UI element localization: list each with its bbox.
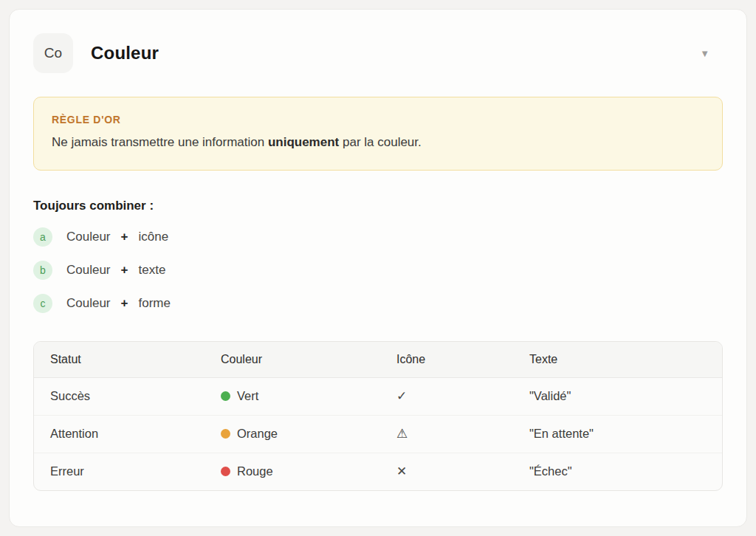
list-item-left: Couleur <box>66 263 111 278</box>
table-row: Erreur Rouge ✕ "Échec" <box>34 453 722 490</box>
chevron-down-icon[interactable]: ▼ <box>700 48 709 59</box>
list-badge-a: a <box>33 227 52 247</box>
list-item-right: texte <box>138 263 165 278</box>
callout-label: RÈGLE D'OR <box>52 114 704 126</box>
orange-dot-icon <box>221 429 230 439</box>
callout-text: Ne jamais transmettre une information un… <box>52 133 704 152</box>
cell-couleur: Rouge <box>205 453 380 490</box>
table-row: Succès Vert ✓ "Validé" <box>34 377 722 415</box>
cell-statut: Erreur <box>34 453 205 490</box>
column-header-icone: Icône <box>380 342 513 377</box>
status-table: Statut Couleur Icône Texte Succès Vert ✓… <box>33 341 723 491</box>
page-title: Couleur <box>91 43 159 63</box>
list-item: a Couleur + icône <box>33 227 723 247</box>
list-item: c Couleur + forme <box>33 294 723 313</box>
color-label: Vert <box>237 389 258 402</box>
combine-heading: Toujours combiner : <box>33 199 723 213</box>
plus-sign: + <box>121 230 128 244</box>
column-header-couleur: Couleur <box>205 342 380 377</box>
cross-icon: ✕ <box>380 453 513 490</box>
cell-texte: "Validé" <box>513 377 722 415</box>
color-label: Orange <box>237 427 278 440</box>
cell-texte: "Échec" <box>513 453 722 490</box>
list-item: b Couleur + texte <box>33 261 723 280</box>
cell-texte: "En attente" <box>513 415 722 453</box>
list-item-right: icône <box>138 230 168 244</box>
table-row: Attention Orange ⚠︎ "En attente" <box>34 415 722 453</box>
table-header-row: Statut Couleur Icône Texte <box>34 342 722 377</box>
column-header-statut: Statut <box>34 342 205 377</box>
section-badge: Co <box>33 33 73 73</box>
callout-text-after: par la couleur. <box>339 135 422 149</box>
list-badge-b: b <box>33 261 52 280</box>
card-header[interactable]: Co Couleur ▼ <box>33 33 723 73</box>
callout-text-bold: uniquement <box>268 135 339 149</box>
list-item-right: forme <box>138 296 170 311</box>
list-item-left: Couleur <box>66 230 111 244</box>
cell-statut: Succès <box>34 377 205 415</box>
list-badge-c: c <box>33 294 52 313</box>
red-dot-icon <box>221 467 230 476</box>
column-header-texte: Texte <box>513 342 722 377</box>
color-label: Rouge <box>237 464 273 478</box>
cell-couleur: Vert <box>205 377 380 415</box>
callout-text-before: Ne jamais transmettre une information <box>52 135 268 149</box>
green-dot-icon <box>221 391 230 401</box>
plus-sign: + <box>121 263 128 278</box>
couleur-card: Co Couleur ▼ RÈGLE D'OR Ne jamais transm… <box>9 9 747 527</box>
golden-rule-callout: RÈGLE D'OR Ne jamais transmettre une inf… <box>33 97 723 171</box>
combine-list: a Couleur + icône b Couleur + texte c Co… <box>33 227 723 313</box>
plus-sign: + <box>121 296 128 311</box>
list-item-left: Couleur <box>66 296 111 311</box>
cell-couleur: Orange <box>205 415 380 453</box>
cell-statut: Attention <box>34 415 205 453</box>
warning-icon: ⚠︎ <box>380 415 513 453</box>
check-icon: ✓ <box>380 377 513 415</box>
